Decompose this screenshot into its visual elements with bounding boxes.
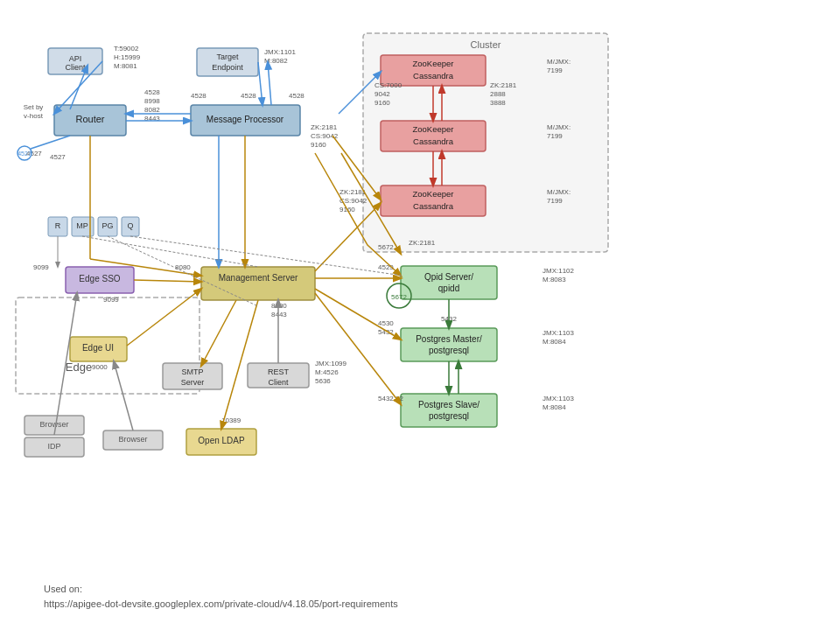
svg-text:postgresql: postgresql bbox=[429, 411, 469, 421]
svg-text:Open LDAP: Open LDAP bbox=[198, 436, 245, 445]
svg-text:7199: 7199 bbox=[547, 66, 563, 74]
svg-text:4528: 4528 bbox=[191, 92, 206, 100]
svg-text:Router: Router bbox=[75, 114, 104, 124]
svg-text:Q: Q bbox=[127, 221, 133, 230]
svg-text:ZK:2181: ZK:2181 bbox=[490, 81, 517, 89]
svg-text:4528: 4528 bbox=[144, 88, 160, 96]
svg-text:Endpoint: Endpoint bbox=[212, 63, 243, 72]
svg-text:4528: 4528 bbox=[241, 92, 256, 100]
svg-rect-91 bbox=[401, 266, 497, 299]
svg-text:JMX:1102: JMX:1102 bbox=[542, 267, 575, 275]
svg-text:Set by: Set by bbox=[24, 103, 44, 111]
svg-text:8443: 8443 bbox=[271, 311, 287, 318]
svg-line-133 bbox=[315, 293, 401, 404]
svg-text:T:59002: T:59002 bbox=[114, 45, 139, 52]
svg-text:8082: 8082 bbox=[144, 106, 160, 114]
target-endpoint-node: Target Endpoint JMX:1101 M:8082 bbox=[197, 48, 297, 76]
edge-sso-node: Edge SSO 9099 9099 8080 bbox=[33, 263, 191, 304]
svg-text:IDP: IDP bbox=[47, 442, 60, 451]
svg-text:9160: 9160 bbox=[374, 99, 390, 107]
svg-text:postgresql: postgresql bbox=[429, 346, 469, 355]
svg-text:CS:7000: CS:7000 bbox=[374, 81, 402, 89]
svg-text:9000: 9000 bbox=[92, 363, 108, 371]
browser-idp-node: Browser IDP bbox=[24, 416, 84, 457]
svg-text:M/JMX:: M/JMX: bbox=[547, 58, 570, 66]
svg-rect-100 bbox=[401, 328, 497, 361]
svg-text:Cassandra: Cassandra bbox=[413, 136, 454, 146]
open-ldap-node: Open LDAP 10389 bbox=[186, 416, 256, 455]
svg-text:v-host: v-host bbox=[24, 112, 44, 120]
cluster-label: Cluster bbox=[471, 39, 501, 50]
browser-node: Browser bbox=[103, 430, 163, 450]
svg-text:8998: 8998 bbox=[144, 97, 160, 105]
svg-text:5672: 5672 bbox=[378, 243, 394, 251]
svg-text:ZK:2181: ZK:2181 bbox=[409, 239, 436, 247]
rest-client-node: REST Client JMX:1099 M:4526 5636 bbox=[248, 360, 347, 388]
svg-text:Client: Client bbox=[268, 378, 289, 387]
svg-text:5672: 5672 bbox=[391, 293, 407, 301]
svg-text:4528: 4528 bbox=[289, 92, 304, 100]
svg-text:JMX:1099: JMX:1099 bbox=[315, 360, 347, 368]
footer: Used on: https://apigee-dot-devsite.goog… bbox=[44, 582, 398, 612]
svg-text:4527: 4527 bbox=[50, 153, 66, 161]
svg-text:qpidd: qpidd bbox=[438, 284, 459, 293]
svg-text:8080: 8080 bbox=[175, 263, 191, 271]
svg-text:M:8083: M:8083 bbox=[542, 276, 566, 284]
svg-text:Browser: Browser bbox=[39, 420, 68, 429]
svg-line-121 bbox=[31, 136, 70, 149]
small-nodes: R MP PG Q bbox=[48, 217, 139, 236]
svg-text:SMTP: SMTP bbox=[181, 368, 203, 376]
svg-text:Postgres Master/: Postgres Master/ bbox=[416, 334, 482, 344]
svg-text:9160: 9160 bbox=[311, 141, 326, 149]
svg-text:JMX:1103: JMX:1103 bbox=[542, 329, 575, 337]
svg-text:4530: 4530 bbox=[378, 319, 394, 327]
svg-text:Browser: Browser bbox=[118, 435, 147, 444]
svg-text:5432,22: 5432,22 bbox=[378, 395, 403, 402]
svg-text:8080: 8080 bbox=[271, 302, 287, 310]
svg-text:M:8081: M:8081 bbox=[114, 62, 137, 70]
svg-text:API: API bbox=[69, 54, 82, 63]
svg-text:M:8084: M:8084 bbox=[542, 338, 566, 346]
svg-text:ZooKeeper: ZooKeeper bbox=[412, 124, 453, 134]
svg-line-141 bbox=[201, 300, 236, 366]
svg-text:Cassandra: Cassandra bbox=[413, 201, 454, 211]
svg-text:4527: 4527 bbox=[18, 150, 32, 157]
svg-text:M/JMX:: M/JMX: bbox=[547, 123, 570, 131]
svg-text:JMX:1101: JMX:1101 bbox=[264, 48, 297, 56]
postgres-master-node: Postgres Master/ postgresql JMX:1103 M:8… bbox=[378, 315, 575, 361]
svg-text:Qpid Server/: Qpid Server/ bbox=[424, 272, 473, 282]
message-processor-node: Message Processor ZK:2181 CS:9042 9160 bbox=[191, 105, 339, 149]
svg-text:7199: 7199 bbox=[547, 132, 563, 140]
svg-text:Management Server: Management Server bbox=[219, 273, 298, 283]
svg-text:REST: REST bbox=[268, 368, 290, 376]
footer-line1: Used on: bbox=[44, 584, 82, 594]
postgres-slave-node: Postgres Slave/ postgresql JMX:1103 M:80… bbox=[378, 394, 575, 427]
svg-text:Message Processor: Message Processor bbox=[206, 115, 284, 124]
svg-text:M/JMX:: M/JMX: bbox=[547, 188, 570, 196]
svg-text:ZooKeeper: ZooKeeper bbox=[412, 59, 453, 68]
svg-text:9099: 9099 bbox=[33, 263, 49, 271]
svg-text:JMX:1103: JMX:1103 bbox=[542, 395, 575, 402]
svg-text:R: R bbox=[55, 221, 61, 230]
management-server-node: Management Server 8080 8443 bbox=[201, 267, 315, 318]
svg-text:Cassandra: Cassandra bbox=[413, 71, 454, 80]
svg-text:7199: 7199 bbox=[547, 197, 563, 205]
svg-text:2888: 2888 bbox=[490, 90, 506, 98]
svg-text:M:4526: M:4526 bbox=[315, 368, 339, 376]
footer-line2: https://apigee-dot-devsite.googleplex.co… bbox=[44, 598, 398, 609]
svg-text:MP: MP bbox=[76, 221, 88, 230]
svg-text:9099: 9099 bbox=[103, 296, 119, 304]
router-node: Router Set by v-host 4528 8998 8082 8443 bbox=[24, 88, 161, 136]
qpid-node: Qpid Server/ qpidd JMX:1102 M:8083 4529 … bbox=[378, 243, 575, 308]
svg-line-138 bbox=[134, 280, 201, 282]
svg-text:9042: 9042 bbox=[374, 90, 390, 98]
svg-text:Edge SSO: Edge SSO bbox=[79, 274, 120, 284]
svg-line-132 bbox=[315, 289, 401, 340]
svg-text:Postgres Slave/: Postgres Slave/ bbox=[418, 400, 480, 410]
svg-text:H:15999: H:15999 bbox=[114, 53, 141, 61]
svg-text:ZooKeeper: ZooKeeper bbox=[412, 189, 453, 199]
svg-rect-53 bbox=[201, 267, 315, 300]
svg-text:3888: 3888 bbox=[490, 99, 506, 107]
svg-text:5636: 5636 bbox=[315, 377, 331, 385]
svg-text:Target: Target bbox=[216, 52, 239, 61]
